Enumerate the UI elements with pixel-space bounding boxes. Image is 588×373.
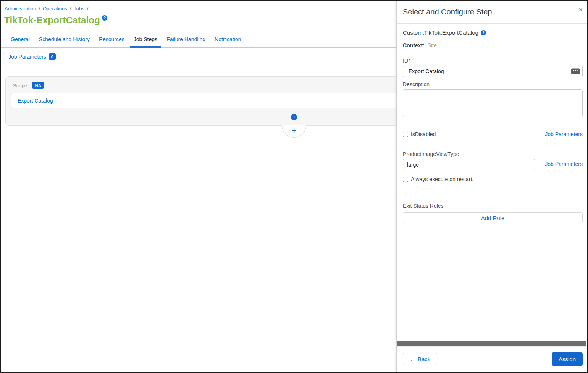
back-button[interactable]: ← Back [403, 353, 437, 365]
tab-failure-handling[interactable]: Failure Handling [163, 36, 209, 47]
isdisabled-checkbox[interactable] [403, 132, 408, 137]
tab-schedule-and-history[interactable]: Schedule and History [35, 36, 94, 47]
isdisabled-label: IsDisabled [411, 131, 436, 137]
page-title: TikTok-ExportCatalog [4, 15, 100, 26]
breadcrumb-separator: / [39, 6, 40, 11]
help-icon[interactable]: ? [481, 30, 486, 35]
panel-footer: ← Back Assign [397, 346, 588, 372]
breadcrumb-link-jobs[interactable]: Jobs [74, 6, 84, 11]
job-parameters-link[interactable]: Job Parameters [545, 161, 583, 167]
panel-header: Select and Configure Step × [397, 1, 588, 24]
always-execute-label: Always execute on restart. [411, 176, 473, 182]
close-icon[interactable]: × [579, 6, 583, 13]
back-arrow-icon: ← [410, 356, 415, 362]
back-button-label: Back [418, 356, 430, 362]
add-step-button[interactable]: + [282, 125, 306, 138]
product-image-view-type-label: ProductImageViewType [403, 151, 583, 157]
panel-spacer [397, 223, 588, 341]
breadcrumb-separator: / [87, 6, 89, 11]
isdisabled-check-row: IsDisabled [403, 131, 436, 137]
text-expand-icon[interactable]: ••• [571, 69, 580, 74]
description-textarea[interactable] [403, 89, 583, 117]
context-row: Context: Site [403, 42, 583, 53]
always-execute-checkbox[interactable] [403, 177, 408, 182]
select-configure-step-panel: Select and Configure Step × Custom.TikTo… [396, 1, 588, 372]
panel-title: Select and Configure Step [403, 8, 492, 16]
exit-status-rules-label: Exit Status Rules [403, 203, 583, 209]
id-input[interactable] [403, 66, 583, 77]
context-label: Context: [403, 42, 425, 48]
id-input-wrap: ••• [403, 66, 583, 77]
breadcrumb-link-operations[interactable]: Operations [43, 6, 67, 11]
scope-badge: NA [32, 82, 44, 89]
add-rule-button[interactable]: Add Rule [403, 212, 583, 223]
required-mark: * [409, 58, 410, 64]
breadcrumb-separator: / [70, 6, 71, 11]
tab-resources[interactable]: Resources [95, 36, 128, 47]
description-field-label: Description [403, 81, 583, 87]
panel-body: Custom.TikTok.ExportCatalog ? Context: S… [397, 24, 588, 223]
divider [403, 192, 583, 192]
step-type-row: Custom.TikTok.ExportCatalog ? [403, 29, 583, 36]
context-value: Site [428, 42, 437, 48]
tab-general[interactable]: General [7, 36, 34, 47]
product-image-view-type-input[interactable] [403, 159, 535, 170]
id-field-label: ID* [403, 58, 583, 64]
assign-button[interactable]: Assign [552, 352, 583, 366]
job-parameters-link[interactable]: Job Parameters [8, 54, 46, 60]
tab-notification[interactable]: Notification [211, 36, 245, 47]
dots-glyph: ••• [573, 69, 578, 73]
id-label-text: ID [403, 58, 408, 64]
tab-job-steps[interactable]: Job Steps [130, 36, 161, 47]
job-parameters-link[interactable]: Job Parameters [545, 131, 583, 137]
help-icon[interactable]: ? [102, 15, 107, 21]
job-parameters-count-badge: 0 [49, 53, 56, 60]
always-execute-row: Always execute on restart. [403, 176, 583, 182]
step-type-name: Custom.TikTok.ExportCatalog [403, 29, 478, 36]
add-rule-label: Add Rule [481, 215, 505, 221]
breadcrumb-link-administration[interactable]: Administration [5, 6, 36, 11]
job-step-link[interactable]: Export Catalog [18, 98, 53, 104]
add-step-plus-circle-icon[interactable]: + [291, 114, 297, 120]
panel-horizontal-scrollbar[interactable] [397, 341, 586, 346]
screen: Administration/Operations/Jobs/ TikTok-E… [0, 0, 588, 373]
scope-label: Scope: [13, 83, 28, 88]
product-image-view-type-row: Job Parameters [403, 159, 583, 170]
isdisabled-row: IsDisabled Job Parameters [403, 131, 583, 137]
plus-icon: + [292, 127, 296, 134]
